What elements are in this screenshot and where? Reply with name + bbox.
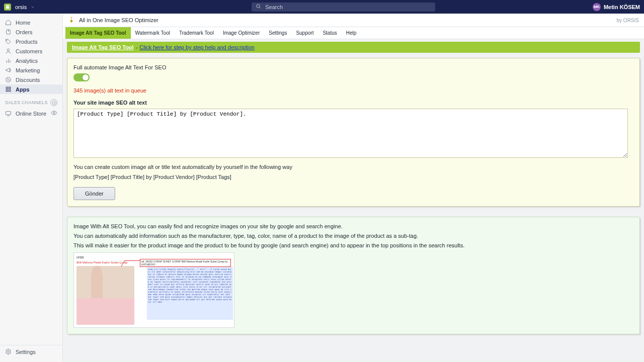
sidebar-item-apps[interactable]: Apps <box>0 84 62 94</box>
svg-point-11 <box>9 80 10 81</box>
tab-settings[interactable]: Settings <box>264 27 291 39</box>
svg-point-10 <box>7 78 8 79</box>
svg-point-0 <box>257 4 260 7</box>
svg-point-22 <box>8 351 9 352</box>
sidebar-item-orders[interactable]: Orders <box>0 27 62 37</box>
sidebar-item-label: Analytics <box>16 58 38 64</box>
svg-rect-14 <box>6 90 8 92</box>
submit-button[interactable]: Gönder <box>73 187 115 200</box>
tab-image-optimizer[interactable]: Image Optimizer <box>218 27 264 39</box>
sidebar-item-analytics[interactable]: Analytics <box>0 56 62 65</box>
view-store-icon[interactable] <box>51 110 57 117</box>
search[interactable] <box>252 3 435 12</box>
sidebar-channel-online-store[interactable]: Online Store <box>0 108 62 119</box>
svg-rect-19 <box>6 112 11 115</box>
svg-rect-15 <box>9 90 11 92</box>
svg-point-3 <box>7 40 7 41</box>
automate-toggle[interactable] <box>73 73 90 81</box>
app-byline: by ORSIS <box>617 18 639 23</box>
svg-rect-13 <box>9 87 11 88</box>
demo-alt-highlight: alt: 34252 CORAP SOKET CORAP 808 Melissa… <box>140 259 231 267</box>
chevron-down-icon[interactable] <box>31 4 35 11</box>
add-channel-button[interactable] <box>50 99 57 106</box>
sidebar-settings-label: Settings <box>16 349 36 355</box>
alt-hint: You can create custom image alt or title… <box>73 164 292 170</box>
sidebar-item-label: Orders <box>16 29 33 35</box>
tab-support[interactable]: Support <box>291 27 318 39</box>
info-paragraph: You can automatically add information su… <box>73 233 633 239</box>
sidebar-item-discounts[interactable]: Discounts <box>0 75 62 84</box>
app-title: All in One Image SEO Optimizer <box>79 17 158 23</box>
svg-line-1 <box>260 7 261 8</box>
tab-status[interactable]: Status <box>318 27 341 39</box>
sidebar-item-products[interactable]: Products <box>0 37 62 46</box>
svg-rect-12 <box>6 87 8 88</box>
demo-screenshot: orsis 808 Melissa Pedal Kadın Soket Çora… <box>73 252 234 328</box>
tool-tabs: Image Alt Tag SEO Tool Watermark Tool Tr… <box>63 27 644 39</box>
sidebar-item-marketing[interactable]: Marketing <box>0 65 62 75</box>
info-paragraph: This will make it easier for the product… <box>73 242 633 248</box>
search-icon <box>256 4 261 11</box>
search-input[interactable] <box>264 4 431 11</box>
sidebar-item-label: Marketing <box>16 67 40 73</box>
sidebar-channel-label: Online Store <box>16 111 46 117</box>
tool-banner: Image Alt Tag SEO Tool - Click here for … <box>67 42 640 53</box>
tab-watermark[interactable]: Watermark Tool <box>131 27 175 39</box>
sidebar: Home Orders Products Customers Analytics… <box>0 14 63 362</box>
sidebar-section-label: SALES CHANNELS <box>5 100 48 105</box>
svg-point-21 <box>53 112 55 114</box>
avatar[interactable]: MK <box>593 3 601 11</box>
tab-help[interactable]: Help <box>342 27 361 39</box>
sidebar-item-label: Products <box>16 39 37 45</box>
sidebar-item-label: Apps <box>16 86 30 93</box>
sidebar-settings[interactable]: Settings <box>0 345 62 358</box>
sidebar-item-home[interactable]: Home <box>0 18 62 27</box>
sidebar-item-label: Customers <box>16 48 42 54</box>
automate-toggle-label: Full automate Image Alt Text For SEO <box>73 64 166 70</box>
alt-template-example: [Product Type] [Product Title] by [Produ… <box>73 174 633 180</box>
alt-text-input[interactable] <box>73 109 628 158</box>
tab-image-alt-tag[interactable]: Image Alt Tag SEO Tool <box>65 27 131 39</box>
user-name[interactable]: Metin KÖSEM <box>604 4 640 10</box>
tab-trademark[interactable]: Trademark Tool <box>175 27 218 39</box>
queue-status: 345 image(s) alt text in queue <box>73 87 633 94</box>
banner-help-link[interactable]: Click here for step by step help and des… <box>139 44 255 50</box>
app-logo-icon <box>68 17 75 24</box>
sidebar-item-label: Discounts <box>16 77 40 83</box>
shop-name[interactable]: orsis <box>15 4 27 10</box>
info-paragraph: Image With Alt SEO Tool, you can easily … <box>73 223 633 229</box>
sidebar-item-label: Home <box>16 20 30 26</box>
demo-brand: orsis <box>76 255 134 259</box>
banner-separator: - <box>136 44 138 50</box>
alt-text-label: Your site image SEO alt text <box>73 100 147 106</box>
sidebar-item-customers[interactable]: Customers <box>0 46 62 56</box>
shop-logo-icon <box>4 4 11 11</box>
info-card: Image With Alt SEO Tool, you can easily … <box>67 217 640 334</box>
banner-title: Image Alt Tag SEO Tool <box>72 44 134 50</box>
alt-text-form: Full automate Image Alt Text For SEO 345… <box>67 58 640 207</box>
svg-point-4 <box>7 49 9 51</box>
